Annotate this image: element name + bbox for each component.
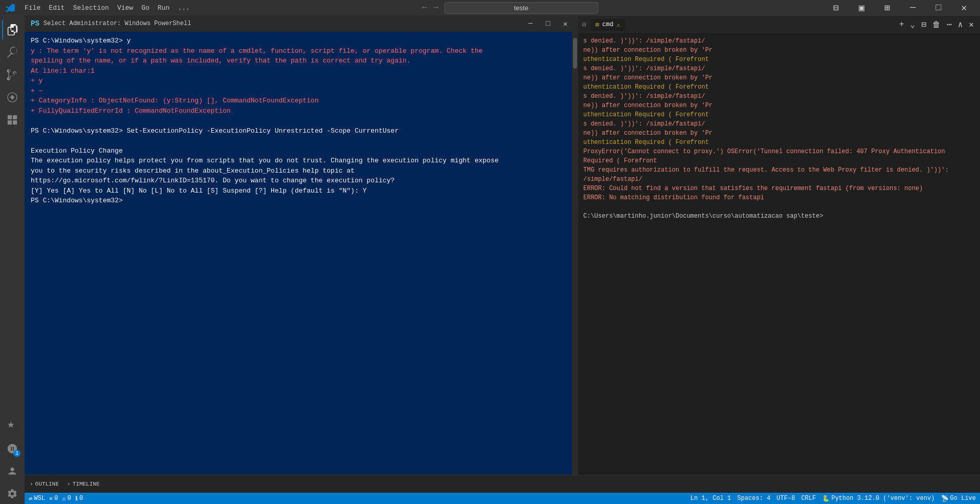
sidebar-toggle-icon[interactable]: ▣ [850,0,873,15]
info-count: 0 [79,495,83,502]
activity-item-extensions[interactable] [2,110,23,130]
terminal-tab-label: cmd [602,21,614,28]
status-info[interactable]: ℹ 0 [75,495,83,502]
remote-icon: ⇌ [29,495,32,502]
menu-edit[interactable]: Edit [45,2,69,14]
terminal-tab-cmd[interactable]: ⊞ cmd ⚠ [590,19,625,31]
ps-maximize-button[interactable]: □ [541,18,555,29]
minimize-button[interactable]: ─ [901,0,925,15]
activity-item-account[interactable] [2,461,23,481]
warning-status-icon: ⚠ [62,495,66,502]
activity-item-source-control[interactable] [2,65,23,85]
status-position[interactable]: Ln 1, Col 1 [690,495,731,502]
golive-icon: 📡 [941,495,949,502]
status-golive-label: Go Live [950,495,976,502]
svg-rect-4 [13,120,17,124]
activity-item-run-debug[interactable] [2,87,23,108]
terminal-tab-bar: ⊟ ⊞ cmd ⚠ + ⌄ ⊟ 🗑 ⋯ ∧ [578,15,980,33]
status-warnings[interactable]: ⚠ 0 [62,495,71,502]
powershell-titlebar: PS Select Administrator: Windows PowerSh… [25,15,578,32]
ps-close-button[interactable]: ✕ [559,18,572,29]
activity-item-remote[interactable]: 1 [2,438,23,459]
layout-icon[interactable]: ⊟ [824,0,848,15]
status-eol-label: CRLF [801,495,816,502]
ps-icon: PS [31,19,39,28]
menu-file[interactable]: File [21,2,45,14]
layout-options-icon[interactable]: ⊞ [875,0,899,15]
menu-view[interactable]: View [113,2,137,14]
status-eol[interactable]: CRLF [801,495,816,502]
status-remote[interactable]: ⇌ WSL [29,495,45,502]
status-spaces-label: Spaces: 4 [737,495,770,502]
status-golive[interactable]: 📡 Go Live [941,495,976,502]
status-remote-label: WSL [34,495,45,502]
info-icon: ℹ [75,495,78,502]
timeline-chevron: › [67,481,71,487]
svg-rect-2 [13,115,17,119]
menu-selection[interactable]: Selection [69,2,113,14]
ps-title: Select Administrator: Windows PowerShell [44,20,520,27]
remote-badge: 1 [13,450,21,457]
outline-section[interactable]: › OUTLINE [30,481,59,487]
nav-forward[interactable]: → [431,2,440,13]
python-icon: 🐍 [822,495,830,502]
error-icon: ✕ [49,495,53,502]
terminal-add-button[interactable]: + [897,19,906,30]
status-encoding[interactable]: UTF-8 [777,495,795,502]
menu-run[interactable]: Run [153,2,173,14]
outline-label: OUTLINE [35,481,59,487]
terminal-close-button[interactable]: ✕ [967,18,976,31]
vscode-terminal-content: s denied. )'))': /simple/fastapi/ne)) af… [578,33,980,475]
terminal-trash-button[interactable]: 🗑 [930,19,943,31]
activity-item-testing[interactable] [2,416,23,436]
status-ln-col: Ln 1, Col 1 [690,495,731,502]
vscode-logo [4,2,16,14]
status-errors[interactable]: ✕ 0 [49,495,58,502]
activity-item-search[interactable] [2,42,23,62]
warning-count: 0 [68,495,71,502]
powershell-content: PS C:\Windows\system32> yy : The term 'y… [25,32,578,475]
activity-item-settings[interactable] [2,484,23,504]
activity-item-explorer[interactable] [2,19,23,40]
status-encoding-label: UTF-8 [777,495,795,502]
status-bar: ⇌ WSL ✕ 0 ⚠ 0 ℹ 0 Ln 1, Col 1 [25,493,980,504]
ps-minimize-button[interactable]: ─ [524,18,537,29]
ps-scrollbar-thumb [573,38,577,69]
maximize-button[interactable]: □ [927,0,950,15]
close-button[interactable]: ✕ [952,0,976,15]
powershell-window: PS Select Administrator: Windows PowerSh… [25,15,578,475]
timeline-label: TIMELINE [72,481,99,487]
menu-go[interactable]: Go [137,2,154,14]
svg-rect-1 [8,115,12,119]
menu-more[interactable]: ... [174,2,194,14]
status-spaces[interactable]: Spaces: 4 [737,495,770,502]
status-python[interactable]: 🐍 Python 3.12.0 ('venv': venv) [822,495,935,502]
svg-rect-3 [8,120,12,124]
activity-bar: 1 [0,15,25,504]
menubar: File Edit Selection View Go Run ... ← → … [0,0,980,15]
terminal-more-button[interactable]: ⋯ [945,18,954,31]
timeline-section[interactable]: › TIMELINE [67,481,99,487]
terminal-dropdown-button[interactable]: ⌄ [908,18,917,31]
ps-scrollbar[interactable] [572,32,578,475]
terminal-maximize-button[interactable]: ∧ [956,18,965,31]
status-python-label: Python 3.12.0 ('venv': venv) [831,495,935,502]
error-count: 0 [54,495,58,502]
terminal-split-button[interactable]: ⊟ [919,18,928,31]
outline-chevron: › [30,481,33,487]
warning-icon: ⚠ [617,21,620,29]
nav-back[interactable]: ← [420,2,430,13]
search-input[interactable] [444,2,598,14]
cmd-icon: ⊞ [596,21,599,29]
